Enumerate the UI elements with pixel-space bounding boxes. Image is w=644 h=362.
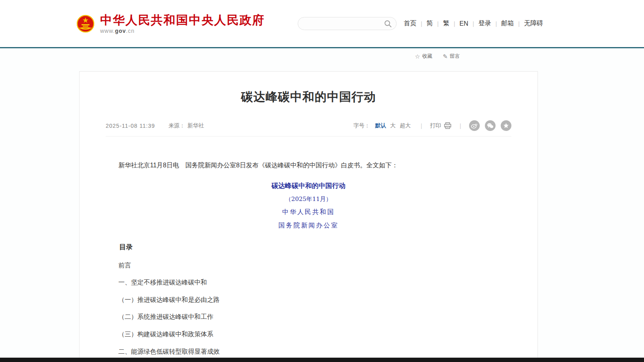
favorite-label: 收藏 — [422, 53, 432, 60]
source-label: 来源： — [168, 122, 185, 129]
nav-separator: | — [496, 21, 497, 27]
nav-traditional[interactable]: 繁 — [443, 19, 449, 28]
toc-item-1-1: （一）推进碳达峰碳中和是必由之路 — [106, 296, 511, 303]
search-input[interactable] — [304, 17, 384, 30]
favorite-button[interactable]: ☆ 收藏 — [415, 53, 432, 60]
article-meta-row: 2025-11-08 11:39 来源： 新华社 字号： 默认 大 超大 | 打… — [106, 120, 511, 136]
page-background: ☆ 收藏 ✎ 留言 碳达峰碳中和的中国行动 2025-11-08 11:39 来… — [0, 48, 644, 362]
site-title-block: 中华人民共和国中央人民政府 www.gov.cn — [100, 13, 265, 34]
search-icon[interactable] — [384, 20, 392, 28]
nav-accessibility[interactable]: 无障碍 — [524, 19, 543, 28]
nav-separator: | — [518, 21, 520, 27]
article-meta-left: 2025-11-08 11:39 来源： 新华社 — [106, 122, 204, 129]
fontsize-label: 字号： — [353, 122, 370, 129]
toc-item-1-2: （二）系统推进碳达峰碳中和工作 — [106, 313, 511, 320]
national-emblem-icon — [76, 13, 95, 34]
comment-label: 留言 — [450, 53, 460, 60]
bottom-edge-bar — [0, 358, 644, 362]
nav-simplified[interactable]: 简 — [427, 19, 433, 28]
wechat-share-icon[interactable] — [485, 120, 496, 131]
article-title: 碳达峰碳中和的中国行动 — [106, 89, 511, 105]
toc-item-1-3: （三）构建碳达峰碳中和政策体系 — [106, 331, 511, 338]
comment-button[interactable]: ✎ 留言 — [443, 53, 460, 60]
document-date: （2025年11月） — [106, 195, 511, 203]
nav-separator: | — [421, 21, 422, 27]
star-share-icon[interactable] — [501, 120, 511, 131]
toc-item-1: 一、坚定不移推进碳达峰碳中和 — [106, 279, 511, 286]
publish-date: 2025-11-08 11:39 — [106, 123, 155, 129]
weibo-share-icon[interactable] — [469, 120, 480, 131]
article-actions: ☆ 收藏 ✎ 留言 — [415, 53, 460, 60]
share-icons — [469, 120, 511, 131]
site-title: 中华人民共和国中央人民政府 — [100, 13, 265, 27]
nav-home[interactable]: 首页 — [404, 19, 416, 28]
nav-mail[interactable]: 邮箱 — [501, 19, 514, 28]
toc-item-preface: 前言 — [106, 262, 511, 269]
fontsize-default-button[interactable]: 默认 — [375, 122, 386, 129]
top-nav: 首页| 简| 繁| EN| 登录| 邮箱| 无障碍 — [404, 19, 543, 28]
pencil-icon: ✎ — [443, 53, 448, 59]
nav-login[interactable]: 登录 — [479, 19, 491, 28]
meta-separator: | — [421, 123, 422, 129]
print-button[interactable]: 打印 — [430, 122, 452, 129]
nav-separator: | — [473, 21, 474, 27]
star-outline-icon: ☆ — [415, 53, 420, 59]
meta-separator: | — [460, 123, 461, 129]
site-logo[interactable]: 中华人民共和国中央人民政府 www.gov.cn — [76, 13, 265, 34]
source-value[interactable]: 新华社 — [187, 122, 204, 129]
toc-item-2: 二、能源绿色低碳转型取得显著成效 — [106, 348, 511, 355]
site-header: 中华人民共和国中央人民政府 www.gov.cn 首页| 简| 繁| EN| 登… — [0, 0, 644, 47]
toc-heading: 目录 — [106, 243, 511, 252]
nav-english[interactable]: EN — [460, 20, 468, 27]
nav-separator: | — [437, 21, 439, 27]
fontsize-xlarge-button[interactable]: 超大 — [400, 122, 411, 129]
search-box[interactable] — [298, 17, 397, 30]
article-meta-right: 字号： 默认 大 超大 | 打印 | — [353, 120, 511, 131]
print-label: 打印 — [430, 122, 441, 129]
lead-paragraph: 新华社北京11月8日电 国务院新闻办公室8日发布《碳达峰碳中和的中国行动》白皮书… — [106, 160, 511, 171]
document-org-line1: 中华人民共和国 — [106, 208, 511, 216]
document-org-line2: 国务院新闻办公室 — [106, 222, 511, 230]
fontsize-large-button[interactable]: 大 — [390, 122, 396, 129]
printer-icon — [444, 122, 452, 129]
site-url: www.gov.cn — [100, 28, 265, 34]
article-card: 碳达峰碳中和的中国行动 2025-11-08 11:39 来源： 新华社 字号：… — [79, 71, 538, 362]
nav-separator: | — [454, 21, 455, 27]
document-title: 碳达峰碳中和的中国行动 — [106, 181, 511, 190]
